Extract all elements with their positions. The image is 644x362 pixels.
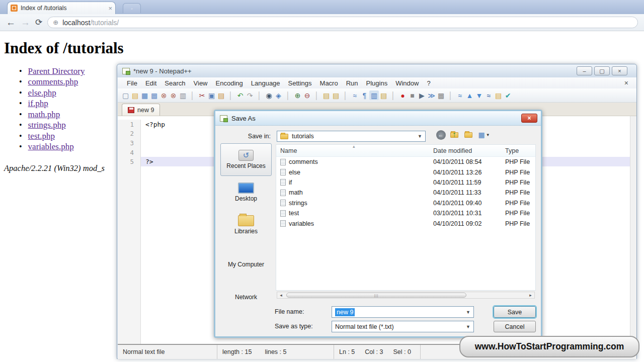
toolbar-icon[interactable]: ◈ — [274, 90, 283, 100]
toolbar-icon[interactable]: ▩ — [436, 90, 446, 100]
column-header-date[interactable]: Date modified — [433, 147, 505, 154]
menu-item[interactable]: Run — [342, 79, 362, 87]
maximize-button[interactable]: ▢ — [594, 66, 610, 75]
toolbar-icon[interactable]: │ — [283, 90, 293, 100]
toolbar-icon[interactable]: ▥ — [178, 90, 188, 100]
toolbar-icon[interactable]: │ — [341, 90, 350, 100]
menu-item[interactable]: Edit — [141, 79, 160, 87]
toolbar-icon[interactable]: ▣ — [207, 90, 216, 100]
table-row[interactable]: variables 04/10/2011 09:02 PHP File — [276, 218, 535, 228]
toolbar-icon[interactable]: ↶ — [235, 90, 245, 100]
toolbar-icon[interactable]: ▤ — [494, 90, 503, 100]
directory-link[interactable]: if.php — [28, 99, 48, 109]
browser-tab[interactable]: Index of /tutorials × — [7, 2, 116, 14]
toolbar-icon[interactable]: │ — [388, 90, 398, 100]
toolbar-icon[interactable]: ¶ — [360, 90, 369, 100]
scroll-left-icon[interactable]: ◂ — [277, 293, 285, 298]
toolbar-icon[interactable]: ◉ — [264, 90, 274, 100]
up-one-level-button[interactable]: ↑ — [449, 129, 460, 140]
toolbar-icon[interactable]: ⊗ — [169, 90, 178, 100]
menu-item[interactable]: Language — [247, 79, 284, 87]
minimize-button[interactable]: – — [577, 66, 592, 75]
toolbar-icon[interactable]: │ — [446, 90, 455, 100]
directory-link[interactable]: variables.php — [28, 142, 74, 152]
back-button[interactable]: ← — [6, 18, 16, 27]
toolbar-icon[interactable]: ⊕ — [293, 90, 302, 100]
save-button[interactable]: Save — [494, 306, 536, 318]
menu-item[interactable]: View — [190, 79, 212, 87]
scrollbar-thumb[interactable]: ||| — [286, 293, 466, 298]
editor-vertical-scrollbar[interactable] — [630, 116, 636, 344]
table-row[interactable]: math 04/10/2011 11:33 PHP File — [276, 188, 535, 198]
toolbar-icon[interactable]: ✂ — [197, 90, 207, 100]
toolbar-icon[interactable]: ▩ — [149, 90, 159, 100]
sidebar-place-item[interactable]: Desktop — [220, 176, 272, 209]
toolbar-icon[interactable]: ▶ — [417, 90, 427, 100]
toolbar-icon[interactable]: ▥ — [369, 90, 379, 100]
toolbar-icon[interactable]: ↷ — [245, 90, 255, 100]
menu-item[interactable]: Settings — [284, 79, 316, 87]
directory-link[interactable]: else.php — [28, 88, 56, 98]
dialog-close-button[interactable]: × — [521, 114, 537, 123]
scroll-right-icon[interactable]: ▸ — [527, 293, 534, 298]
cancel-button[interactable]: Cancel — [494, 321, 536, 332]
sidebar-place-item[interactable]: Network — [220, 274, 272, 307]
table-row[interactable]: else 04/10/2011 13:26 PHP File — [276, 167, 535, 177]
menu-item[interactable]: File — [123, 79, 141, 87]
menu-item[interactable]: Search — [160, 79, 189, 87]
directory-link[interactable]: strings.php — [28, 120, 66, 130]
toolbar-icon[interactable]: ■ — [408, 90, 417, 100]
forward-button[interactable]: → — [21, 18, 30, 27]
menu-item[interactable]: Window — [391, 79, 423, 87]
new-tab-button[interactable]: ◦ — [123, 3, 141, 13]
toolbar-icon[interactable]: ✔ — [503, 90, 513, 100]
menu-item[interactable]: Macro — [316, 79, 342, 87]
menu-item[interactable]: Encoding — [212, 79, 247, 87]
toolbar-icon[interactable]: ≫ — [427, 90, 436, 100]
toolbar-icon[interactable]: ≈ — [350, 90, 360, 100]
new-folder-button[interactable] — [463, 129, 474, 140]
document-tab[interactable]: new 9 — [122, 104, 160, 116]
save-in-dropdown[interactable]: tutorials ▼ — [277, 131, 426, 142]
view-menu-button[interactable]: ▦ ▼ — [476, 129, 492, 140]
toolbar-icon[interactable]: ▤ — [216, 90, 226, 100]
tab-close-icon[interactable]: × — [108, 5, 112, 12]
file-list-horizontal-scrollbar[interactable]: ◂ ||| ▸ — [277, 292, 535, 299]
table-row[interactable]: if 04/10/2011 11:59 PHP File — [276, 177, 535, 188]
close-document-icon[interactable]: × — [624, 79, 631, 87]
table-row[interactable]: strings 04/10/2011 09:40 PHP File — [276, 198, 535, 208]
column-header-type[interactable]: Type — [505, 147, 535, 154]
dialog-titlebar[interactable]: Save As — [215, 111, 541, 126]
toolbar-icon[interactable]: ▢ — [121, 90, 130, 100]
toolbar-icon[interactable]: ⊖ — [302, 90, 312, 100]
sidebar-place-item[interactable]: Libraries — [220, 209, 272, 241]
toolbar-icon[interactable]: ▤ — [321, 90, 331, 100]
table-row[interactable]: comments 04/10/2011 08:54 PHP File — [276, 157, 535, 167]
sidebar-place-item[interactable]: ↺ Recent Places — [220, 143, 272, 176]
toolbar-icon[interactable]: │ — [226, 90, 235, 100]
sidebar-place-item[interactable]: My Computer — [220, 241, 272, 274]
toolbar-icon[interactable]: ≈ — [455, 90, 465, 100]
toolbar-icon[interactable]: │ — [188, 90, 197, 100]
menu-item[interactable]: ? — [423, 79, 434, 87]
toolbar-icon[interactable]: ▤ — [331, 90, 341, 100]
toolbar-icon[interactable]: ⊗ — [159, 90, 169, 100]
reload-button[interactable]: ⟳ — [35, 18, 42, 27]
notepad-titlebar[interactable]: *new 9 - Notepad++ — [117, 64, 636, 77]
table-row[interactable]: test 03/10/2011 10:31 PHP File — [276, 208, 535, 218]
toolbar-icon[interactable]: ≈ — [484, 90, 494, 100]
toolbar-icon[interactable]: ● — [398, 90, 408, 100]
toolbar-icon[interactable]: ▼ — [474, 90, 484, 100]
close-window-button[interactable]: × — [612, 66, 627, 75]
toolbar-icon[interactable]: ▲ — [465, 90, 474, 100]
toolbar-icon[interactable]: ▤ — [379, 90, 388, 100]
toolbar-icon[interactable]: │ — [312, 90, 321, 100]
toolbar-icon[interactable]: ▤ — [130, 90, 140, 100]
back-nav-button[interactable]: ← — [435, 129, 446, 140]
file-name-input[interactable]: new 9 ▼ — [332, 306, 474, 318]
save-as-type-dropdown[interactable]: Normal text file (*.txt) ▼ — [332, 321, 474, 332]
directory-link[interactable]: Parent Directory — [28, 66, 85, 76]
directory-link[interactable]: test.php — [28, 131, 55, 141]
directory-link[interactable]: comments.php — [28, 77, 78, 87]
directory-link[interactable]: math.php — [28, 110, 60, 120]
